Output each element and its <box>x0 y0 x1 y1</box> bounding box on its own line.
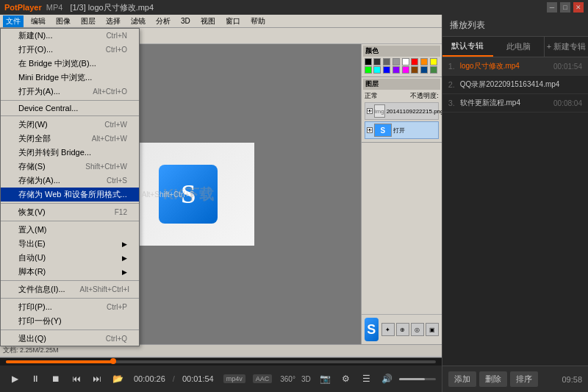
layer-name-2: 打开 <box>393 126 405 135</box>
ps-menu-filter[interactable]: 滤镜 <box>128 15 148 27</box>
play-btn[interactable]: ▶ <box>6 370 24 388</box>
item-duration-3: 00:08:04 <box>553 99 582 107</box>
ps-menu-window[interactable]: 窗口 <box>223 15 243 27</box>
swatch-brown[interactable] <box>411 66 418 74</box>
ps-layers-panel: 图层 正常 不透明度: 👁 img <box>362 77 442 143</box>
menu-open-as[interactable]: 打开为(A)... Alt+Ctrl+O <box>1 85 139 99</box>
menu-save[interactable]: 存储(S) Shift+Ctrl+W <box>1 160 139 174</box>
stop-btn[interactable]: ⏹ <box>47 370 65 388</box>
menu-save-web[interactable]: 存储为 Web 和设备所用格式... Alt+Shift+Ctrl+S <box>1 188 139 202</box>
swatch-gray[interactable] <box>383 58 390 65</box>
3d-label[interactable]: 3D <box>301 375 311 383</box>
maximize-btn[interactable]: □ <box>560 2 570 13</box>
sort-btn[interactable]: 排序 <box>510 371 538 387</box>
ps-menu-edit[interactable]: 编辑 <box>28 15 49 27</box>
playlist-bottom: 添加 删除 排序 09:58 <box>442 366 588 392</box>
add-btn[interactable]: 添加 <box>448 371 476 387</box>
open-btn[interactable]: 📂 <box>109 370 126 388</box>
swatch-darkgray[interactable] <box>373 58 381 65</box>
menu-print[interactable]: 打印(P)... Ctrl+P <box>1 300 139 314</box>
menu-close-bridge[interactable]: 关闭并转到 Bridge... <box>1 146 139 160</box>
menu-close-all[interactable]: 关闭全部 Alt+Ctrl+W <box>1 132 139 146</box>
menu-device-central[interactable]: Device Central... <box>1 102 139 114</box>
sep-5 <box>1 280 139 281</box>
total-time: 00:01:54 <box>182 374 214 383</box>
video-controls: ▶ ⏸ ⏹ ⏮ ⏭ 📂 00:00:26 / 00:01:54 mp4v AAC… <box>0 357 442 392</box>
ps-window: 文件 编辑 图像 图层 选择 滤镜 分析 3D 视图 窗口 帮助 □ ○ ╱ <box>0 15 442 357</box>
prev-btn[interactable]: ⏮ <box>68 370 85 388</box>
pause-btn[interactable]: ⏸ <box>26 370 44 388</box>
app-logo: PotPlayer <box>4 3 42 12</box>
swatch-teal[interactable] <box>420 66 428 74</box>
minimize-btn[interactable]: ─ <box>547 2 557 13</box>
swatch-purple[interactable] <box>392 66 400 74</box>
menu-scripts[interactable]: 脚本(R) ▶ <box>1 265 139 279</box>
swatch-magenta[interactable] <box>402 66 409 74</box>
playlist-item-3[interactable]: 3. 软件更新流程.mp4 00:08:04 <box>442 94 588 113</box>
next-btn[interactable]: ⏭ <box>88 370 106 388</box>
ps-menu-3d[interactable]: 3D <box>178 16 193 26</box>
item-name-1: logo尺寸修改.mp4 <box>460 61 551 71</box>
menu-file-info[interactable]: 文件信息(I)... Alt+Shift+Ctrl+I <box>1 282 139 296</box>
menu-revert[interactable]: 恢复(V) F12 <box>1 205 139 219</box>
progress-bar-area[interactable] <box>0 358 442 366</box>
close-btn[interactable]: ✕ <box>573 2 584 13</box>
tab-default-album[interactable]: 默认专辑 <box>442 37 493 57</box>
screenshot-btn[interactable]: 📷 <box>317 370 334 388</box>
sep-1 <box>1 100 139 101</box>
ps-action-btn-1[interactable]: ✦ <box>381 323 395 336</box>
layers-toolbar: 正常 不透明度: <box>365 91 439 101</box>
menu-bridge-browse[interactable]: 在 Bridge 中浏览(B)... <box>1 57 139 71</box>
ps-menu-view[interactable]: 视图 <box>198 15 218 27</box>
menu-close[interactable]: 关闭(W) Ctrl+W <box>1 118 139 132</box>
menu-automate[interactable]: 自动(U) ▶ <box>1 251 139 265</box>
swatch-red[interactable] <box>411 58 418 65</box>
menu-exit[interactable]: 退出(Q) Ctrl+Q <box>1 332 139 346</box>
ps-menu-layer[interactable]: 图层 <box>78 15 98 27</box>
swatch-orange[interactable] <box>420 58 428 65</box>
swatch-blue[interactable] <box>383 66 390 74</box>
settings-btn[interactable]: ⚙ <box>337 370 355 388</box>
tab-this-pc[interactable]: 此电脑 <box>493 37 544 57</box>
playlist-btn[interactable]: ☰ <box>358 370 376 388</box>
menu-place[interactable]: 置入(M) <box>1 223 139 237</box>
progress-thumb <box>110 358 116 364</box>
ps-action-btn-4[interactable]: ▣ <box>426 323 439 336</box>
ps-menu-select[interactable]: 选择 <box>103 15 123 27</box>
swatch-lightgray[interactable] <box>392 58 400 65</box>
time-separator: / <box>173 374 175 383</box>
menu-print-one[interactable]: 打印一份(Y) <box>1 314 139 328</box>
right-panel: 播放列表 默认专辑 此电脑 + 新建专辑 1. logo尺寸修改.mp4 00:… <box>442 15 588 392</box>
title-bar: PotPlayer MP4 [1/3] logo尺寸修改.mp4 ─ □ ✕ <box>0 0 588 15</box>
swatch-yellow[interactable] <box>430 58 437 65</box>
swatch-green[interactable] <box>365 66 372 74</box>
menu-new[interactable]: 新建(N)... Ctrl+N <box>1 29 139 43</box>
progress-bar[interactable] <box>6 360 436 363</box>
swatch-black[interactable] <box>365 58 372 65</box>
degree-label[interactable]: 360° <box>280 375 295 383</box>
playlist-item-2[interactable]: 2. QQ录屏20220915163414.mp4 <box>442 76 588 94</box>
ps-menu-help[interactable]: 帮助 <box>248 15 268 27</box>
menu-save-as[interactable]: 存储为(A)... Ctrl+S <box>1 174 139 188</box>
tab-new-album[interactable]: + 新建专辑 <box>544 37 588 57</box>
swatch-olive[interactable] <box>430 66 437 74</box>
ps-menu-file[interactable]: 文件 <box>3 15 24 27</box>
layer-item-active[interactable]: 👁 S 打开 <box>365 121 439 139</box>
ps-screenshot: 文件 编辑 图像 图层 选择 滤镜 分析 3D 视图 窗口 帮助 □ ○ ╱ <box>0 15 442 357</box>
volume-bar[interactable] <box>399 378 436 380</box>
ps-menu-analysis[interactable]: 分析 <box>153 15 173 27</box>
ps-action-btn-3[interactable]: ◎ <box>411 323 424 336</box>
menu-export[interactable]: 导出(E) ▶ <box>1 237 139 251</box>
ps-action-btn-2[interactable]: ⊕ <box>396 323 409 336</box>
swatch-cyan[interactable] <box>373 66 381 74</box>
item-num-2: 2. <box>448 80 457 89</box>
ps-menu-image[interactable]: 图像 <box>53 15 74 27</box>
menu-open[interactable]: 打开(O)... Ctrl+O <box>1 43 139 57</box>
delete-btn[interactable]: 删除 <box>479 371 507 387</box>
layer-item-thumbnail[interactable]: 👁 img 20141109222215.png <box>365 102 439 120</box>
volume-btn[interactable]: 🔊 <box>379 370 396 388</box>
swatch-white[interactable] <box>402 58 409 65</box>
playlist-item-1[interactable]: 1. logo尺寸修改.mp4 00:01:54 <box>442 57 588 76</box>
menu-mini-bridge[interactable]: Mini Bridge 中浏览... <box>1 71 139 85</box>
layer-thumb-img: img <box>374 104 385 118</box>
